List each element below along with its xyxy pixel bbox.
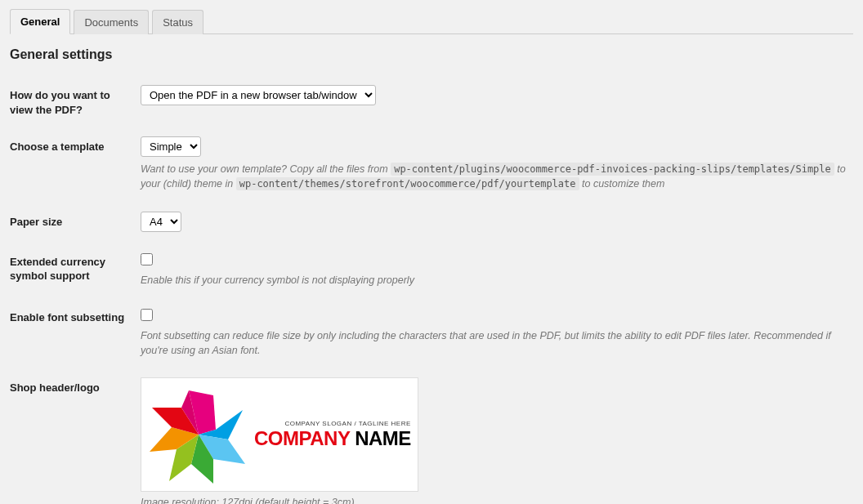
label-paper-size: Paper size bbox=[10, 203, 141, 243]
label-view-pdf: How do you want to view the PDF? bbox=[10, 77, 141, 128]
label-currency-support: Extended currency symbol support bbox=[10, 243, 141, 299]
section-title: General settings bbox=[10, 47, 853, 62]
select-paper-size[interactable]: A4 bbox=[141, 212, 181, 232]
logo-slogan-text: COMPANY SLOGAN / TAGLINE HERE bbox=[254, 421, 411, 427]
logo-title-text: COMPANY NAME bbox=[254, 429, 411, 448]
tab-bar: General Documents Status bbox=[10, 8, 853, 34]
select-template[interactable]: Simple bbox=[141, 136, 201, 157]
tab-status[interactable]: Status bbox=[152, 10, 203, 34]
checkbox-currency-support[interactable] bbox=[141, 253, 153, 265]
label-shop-header-logo: Shop header/logo bbox=[10, 369, 141, 504]
code-path-dest: wp-content/themes/storefront/woocommerce… bbox=[236, 177, 579, 190]
font-subsetting-help: Font subsetting can reduce file size by … bbox=[141, 328, 853, 358]
code-path-source: wp-content/plugins/woocommerce-pdf-invoi… bbox=[391, 163, 834, 176]
logo-preview: COMPANY SLOGAN / TAGLINE HERE COMPANY NA… bbox=[141, 377, 418, 492]
image-resolution-note: Image resolution: 127dpi (default height… bbox=[141, 497, 853, 504]
tab-documents[interactable]: Documents bbox=[74, 10, 149, 34]
select-view-pdf[interactable]: Open the PDF in a new browser tab/window bbox=[141, 85, 376, 105]
pinwheel-icon bbox=[150, 386, 248, 484]
label-font-subsetting: Enable font subsetting bbox=[10, 299, 141, 369]
label-template: Choose a template bbox=[10, 128, 141, 203]
tab-general[interactable]: General bbox=[10, 9, 70, 34]
currency-help: Enable this if your currency symbol is n… bbox=[141, 273, 853, 288]
checkbox-font-subsetting[interactable] bbox=[141, 309, 153, 321]
template-help: Want to use your own template? Copy all … bbox=[141, 162, 853, 192]
